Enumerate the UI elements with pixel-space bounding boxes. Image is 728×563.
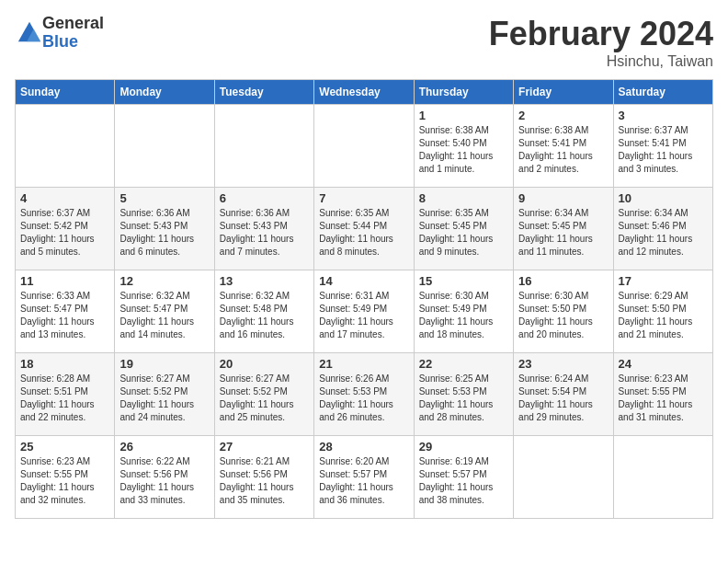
day-info: Sunrise: 6:28 AM Sunset: 5:51 PM Dayligh… [20, 373, 109, 424]
day-info: Sunrise: 6:24 AM Sunset: 5:54 PM Dayligh… [518, 373, 608, 424]
day-cell: 7Sunrise: 6:35 AM Sunset: 5:44 PM Daylig… [314, 188, 414, 270]
day-cell: 4Sunrise: 6:37 AM Sunset: 5:42 PM Daylig… [16, 188, 115, 270]
day-number: 4 [20, 191, 109, 205]
day-cell [613, 436, 712, 519]
day-info: Sunrise: 6:33 AM Sunset: 5:47 PM Dayligh… [20, 290, 109, 341]
day-number: 16 [518, 274, 608, 288]
day-number: 9 [518, 191, 608, 205]
day-number: 19 [119, 357, 209, 371]
day-number: 11 [20, 274, 109, 288]
header-row: SundayMondayTuesdayWednesdayThursdayFrid… [16, 80, 713, 105]
header-cell-sunday: Sunday [16, 80, 115, 105]
calendar-header: SundayMondayTuesdayWednesdayThursdayFrid… [16, 80, 713, 105]
day-info: Sunrise: 6:23 AM Sunset: 5:55 PM Dayligh… [619, 373, 708, 424]
week-row-5: 25Sunrise: 6:23 AM Sunset: 5:55 PM Dayli… [16, 436, 713, 519]
day-number: 6 [220, 191, 309, 205]
day-info: Sunrise: 6:30 AM Sunset: 5:49 PM Dayligh… [419, 290, 508, 341]
header-cell-thursday: Thursday [414, 80, 513, 105]
day-number: 17 [619, 274, 708, 288]
day-cell: 10Sunrise: 6:34 AM Sunset: 5:46 PM Dayli… [613, 188, 712, 270]
day-cell [314, 105, 414, 188]
header-cell-saturday: Saturday [613, 80, 712, 105]
day-cell: 5Sunrise: 6:36 AM Sunset: 5:43 PM Daylig… [115, 188, 214, 270]
day-cell [214, 105, 313, 188]
title-area: February 2024 Hsinchu, Taiwan [489, 15, 713, 70]
day-cell: 21Sunrise: 6:26 AM Sunset: 5:53 PM Dayli… [314, 353, 414, 436]
day-cell: 16Sunrise: 6:30 AM Sunset: 5:50 PM Dayli… [514, 270, 613, 353]
day-cell: 22Sunrise: 6:25 AM Sunset: 5:53 PM Dayli… [414, 353, 513, 436]
day-info: Sunrise: 6:38 AM Sunset: 5:41 PM Dayligh… [518, 124, 608, 176]
day-number: 8 [419, 191, 508, 205]
day-cell: 25Sunrise: 6:23 AM Sunset: 5:55 PM Dayli… [16, 436, 115, 519]
day-cell: 26Sunrise: 6:22 AM Sunset: 5:56 PM Dayli… [115, 436, 214, 519]
day-number: 27 [220, 440, 309, 454]
day-info: Sunrise: 6:36 AM Sunset: 5:43 PM Dayligh… [119, 207, 209, 259]
day-cell: 24Sunrise: 6:23 AM Sunset: 5:55 PM Dayli… [613, 353, 712, 436]
day-number: 28 [319, 440, 408, 454]
month-title: February 2024 [489, 15, 713, 53]
day-number: 1 [419, 109, 508, 122]
day-cell: 12Sunrise: 6:32 AM Sunset: 5:47 PM Dayli… [115, 270, 214, 353]
day-cell: 28Sunrise: 6:20 AM Sunset: 5:57 PM Dayli… [314, 436, 414, 519]
calendar-body: 1Sunrise: 6:38 AM Sunset: 5:40 PM Daylig… [16, 105, 713, 519]
day-number: 18 [20, 357, 109, 371]
day-cell: 3Sunrise: 6:37 AM Sunset: 5:41 PM Daylig… [613, 105, 712, 188]
day-number: 29 [419, 440, 508, 454]
day-info: Sunrise: 6:25 AM Sunset: 5:53 PM Dayligh… [419, 373, 508, 424]
day-info: Sunrise: 6:22 AM Sunset: 5:56 PM Dayligh… [119, 455, 209, 507]
day-info: Sunrise: 6:36 AM Sunset: 5:43 PM Dayligh… [220, 207, 309, 259]
day-info: Sunrise: 6:27 AM Sunset: 5:52 PM Dayligh… [220, 373, 309, 424]
day-number: 10 [619, 191, 708, 205]
day-number: 13 [220, 274, 309, 288]
day-number: 26 [119, 440, 209, 454]
day-info: Sunrise: 6:27 AM Sunset: 5:52 PM Dayligh… [119, 373, 209, 424]
day-info: Sunrise: 6:26 AM Sunset: 5:53 PM Dayligh… [319, 373, 408, 424]
day-info: Sunrise: 6:19 AM Sunset: 5:57 PM Dayligh… [419, 455, 508, 507]
day-info: Sunrise: 6:29 AM Sunset: 5:50 PM Dayligh… [619, 290, 708, 341]
day-cell: 15Sunrise: 6:30 AM Sunset: 5:49 PM Dayli… [414, 270, 513, 353]
day-info: Sunrise: 6:37 AM Sunset: 5:41 PM Dayligh… [619, 124, 708, 176]
day-info: Sunrise: 6:30 AM Sunset: 5:50 PM Dayligh… [518, 290, 608, 341]
day-info: Sunrise: 6:34 AM Sunset: 5:46 PM Dayligh… [619, 207, 708, 259]
day-info: Sunrise: 6:38 AM Sunset: 5:40 PM Dayligh… [419, 124, 508, 176]
day-number: 20 [220, 357, 309, 371]
day-number: 23 [518, 357, 608, 371]
day-cell: 13Sunrise: 6:32 AM Sunset: 5:48 PM Dayli… [214, 270, 313, 353]
day-cell: 2Sunrise: 6:38 AM Sunset: 5:41 PM Daylig… [514, 105, 613, 188]
week-row-4: 18Sunrise: 6:28 AM Sunset: 5:51 PM Dayli… [16, 353, 713, 436]
day-cell: 23Sunrise: 6:24 AM Sunset: 5:54 PM Dayli… [514, 353, 613, 436]
day-number: 22 [419, 357, 508, 371]
day-cell: 6Sunrise: 6:36 AM Sunset: 5:43 PM Daylig… [214, 188, 313, 270]
day-cell: 9Sunrise: 6:34 AM Sunset: 5:45 PM Daylig… [514, 188, 613, 270]
day-cell: 27Sunrise: 6:21 AM Sunset: 5:56 PM Dayli… [214, 436, 313, 519]
header-cell-tuesday: Tuesday [214, 80, 313, 105]
logo-blue: Blue [42, 33, 104, 52]
day-number: 15 [419, 274, 508, 288]
day-cell [16, 105, 115, 188]
logo-icon [17, 20, 42, 46]
header-cell-friday: Friday [514, 80, 613, 105]
day-number: 7 [319, 191, 408, 205]
day-number: 24 [619, 357, 708, 371]
day-info: Sunrise: 6:35 AM Sunset: 5:44 PM Dayligh… [319, 207, 408, 259]
day-number: 21 [319, 357, 408, 371]
day-cell [115, 105, 214, 188]
day-cell: 1Sunrise: 6:38 AM Sunset: 5:40 PM Daylig… [414, 105, 513, 188]
day-cell: 19Sunrise: 6:27 AM Sunset: 5:52 PM Dayli… [115, 353, 214, 436]
location: Hsinchu, Taiwan [489, 53, 713, 70]
header-cell-monday: Monday [115, 80, 214, 105]
day-cell: 20Sunrise: 6:27 AM Sunset: 5:52 PM Dayli… [214, 353, 313, 436]
week-row-2: 4Sunrise: 6:37 AM Sunset: 5:42 PM Daylig… [16, 188, 713, 270]
day-number: 5 [119, 191, 209, 205]
day-cell: 8Sunrise: 6:35 AM Sunset: 5:45 PM Daylig… [414, 188, 513, 270]
day-info: Sunrise: 6:37 AM Sunset: 5:42 PM Dayligh… [20, 207, 109, 259]
day-info: Sunrise: 6:31 AM Sunset: 5:49 PM Dayligh… [319, 290, 408, 341]
day-cell: 18Sunrise: 6:28 AM Sunset: 5:51 PM Dayli… [16, 353, 115, 436]
day-cell: 29Sunrise: 6:19 AM Sunset: 5:57 PM Dayli… [414, 436, 513, 519]
day-cell [514, 436, 613, 519]
day-cell: 17Sunrise: 6:29 AM Sunset: 5:50 PM Dayli… [613, 270, 712, 353]
day-info: Sunrise: 6:23 AM Sunset: 5:55 PM Dayligh… [20, 455, 109, 507]
day-number: 2 [518, 109, 608, 122]
day-info: Sunrise: 6:35 AM Sunset: 5:45 PM Dayligh… [419, 207, 508, 259]
logo: General Blue [15, 15, 104, 52]
